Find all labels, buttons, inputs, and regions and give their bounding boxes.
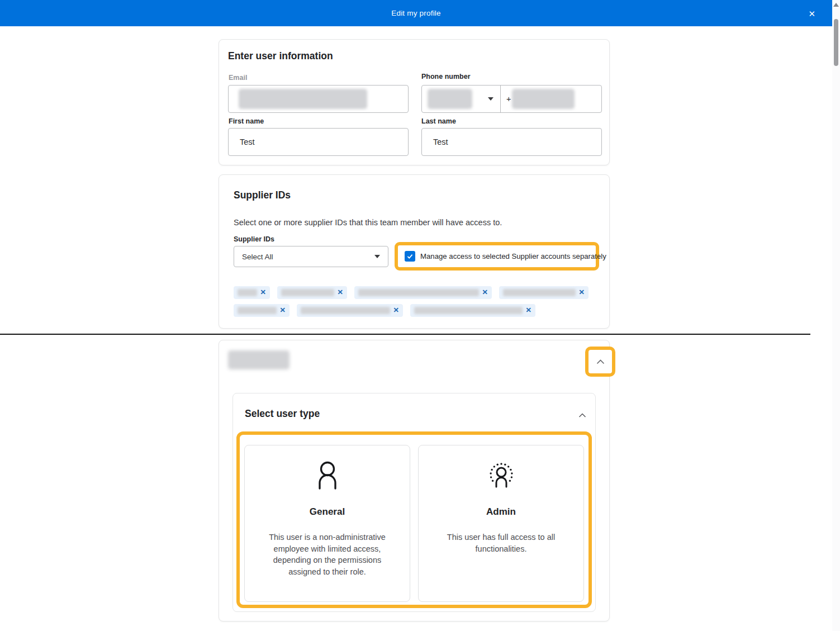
user-info-card: Enter user information Email Phone numbe…: [219, 39, 610, 165]
redacted-chip-text: [301, 307, 390, 314]
chip-remove-icon[interactable]: ✕: [280, 307, 286, 314]
modal-header: Edit my profile ✕: [0, 0, 832, 26]
supplier-chip: ✕: [234, 304, 290, 317]
edit-profile-modal: Edit my profile ✕ Enter user information…: [0, 0, 840, 631]
redacted-chip-text: [281, 289, 334, 296]
manage-access-label: Manage access to selected Supplier accou…: [420, 252, 606, 260]
close-icon[interactable]: ✕: [808, 9, 815, 17]
user-type-label: General: [310, 506, 345, 518]
last-name-label: Last name: [421, 117, 456, 125]
supplier-chip: ✕: [499, 286, 589, 299]
scroll-up-icon[interactable]: [833, 3, 839, 7]
chip-remove-icon[interactable]: ✕: [526, 307, 531, 314]
supplier-chip-row: ✕ ✕ ✕ ✕: [234, 286, 589, 299]
first-name-value: Test: [240, 137, 255, 146]
chevron-up-icon: [596, 359, 605, 364]
first-name-label: First name: [229, 117, 264, 125]
redacted-chip-text: [238, 289, 257, 296]
phone-number-input[interactable]: +: [501, 89, 601, 109]
supplier-chip: ✕: [234, 286, 270, 299]
phone-prefix: +: [506, 94, 511, 103]
last-name-value: Test: [433, 137, 448, 146]
redacted-country-code: [428, 89, 472, 109]
user-type-highlight: General This user is a non-administrativ…: [236, 431, 592, 608]
vertical-scrollbar[interactable]: [832, 0, 840, 631]
supplier-ids-select[interactable]: Select All: [234, 246, 388, 267]
supplier-chip: ✕: [354, 286, 492, 299]
supplier-chip: ✕: [297, 304, 403, 317]
redacted-section-title: [228, 350, 290, 369]
person-sparkle-icon: [486, 461, 517, 492]
collapse-panel-button[interactable]: [578, 410, 586, 420]
section-divider: [0, 334, 810, 335]
user-type-label: Admin: [486, 506, 516, 518]
supplier-select-label: Supplier IDs: [234, 235, 274, 243]
caret-down-icon: [488, 97, 493, 101]
user-type-option-admin[interactable]: Admin This user has full access to all f…: [418, 445, 584, 602]
redacted-phone-number: [512, 89, 575, 109]
chip-remove-icon[interactable]: ✕: [260, 289, 266, 296]
user-role-card: Select user type General This user is a …: [219, 340, 610, 621]
chip-remove-icon[interactable]: ✕: [338, 289, 343, 296]
chevron-up-icon: [578, 413, 586, 418]
page-title: Edit my profile: [391, 9, 441, 17]
email-field[interactable]: [228, 85, 409, 113]
phone-label: Phone number: [421, 73, 471, 80]
collapse-section-button[interactable]: [585, 347, 615, 377]
supplier-select-value: Select All: [242, 253, 273, 261]
redacted-chip-text: [238, 307, 277, 314]
supplier-chip: ✕: [277, 286, 347, 299]
supplier-ids-heading: Supplier IDs: [234, 189, 291, 201]
redacted-chip-text: [503, 289, 576, 296]
chip-remove-icon[interactable]: ✕: [393, 307, 399, 314]
user-type-option-general[interactable]: General This user is a non-administrativ…: [244, 445, 410, 602]
phone-field: +: [421, 85, 602, 113]
last-name-field[interactable]: Test: [421, 128, 602, 156]
supplier-ids-card: Supplier IDs Select one or more supplier…: [219, 174, 610, 329]
caret-down-icon: [374, 255, 380, 258]
email-label: Email: [229, 74, 247, 82]
supplier-ids-description: Select one or more supplier IDs that thi…: [234, 218, 502, 227]
scrollbar-thumb[interactable]: [834, 19, 838, 66]
user-info-heading: Enter user information: [228, 50, 333, 62]
redacted-chip-text: [358, 289, 479, 296]
redacted-chip-text: [414, 307, 523, 314]
person-icon: [312, 461, 343, 492]
user-type-description: This user has full access to all functio…: [434, 532, 568, 554]
first-name-field[interactable]: Test: [228, 128, 409, 156]
select-user-type-heading: Select user type: [245, 408, 320, 420]
supplier-chip: ✕: [410, 304, 535, 317]
manage-access-highlight: Manage access to selected Supplier accou…: [395, 242, 599, 271]
redacted-email-value: [239, 89, 367, 109]
supplier-chip-row: ✕ ✕ ✕: [234, 304, 535, 317]
manage-access-checkbox[interactable]: [405, 251, 415, 262]
chip-remove-icon[interactable]: ✕: [579, 289, 585, 296]
country-code-select[interactable]: [422, 86, 501, 112]
chip-remove-icon[interactable]: ✕: [482, 289, 488, 296]
check-icon: [406, 253, 414, 260]
user-type-description: This user is a non-administrative employ…: [260, 532, 395, 577]
select-user-type-panel: Select user type General This user is a …: [232, 393, 596, 612]
